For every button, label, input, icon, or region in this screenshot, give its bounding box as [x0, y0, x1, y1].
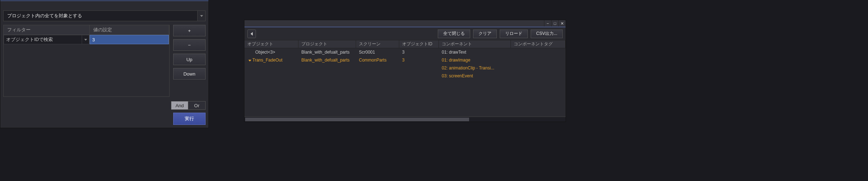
filter-value-input[interactable]: 3: [90, 35, 169, 44]
cell: 01: drawText: [439, 50, 511, 55]
scope-select[interactable]: プロジェクト内の全てを対象とする: [3, 10, 198, 21]
toolbar: 全て閉じる クリア リロード CSV出力...: [244, 27, 566, 40]
value-header: 値の設定: [90, 25, 169, 35]
cell: Scr0001: [356, 50, 399, 55]
back-button[interactable]: [247, 30, 256, 38]
filter-type-cell: オブジェクトIDで検索: [4, 35, 90, 44]
reload-button[interactable]: リロード: [500, 30, 528, 38]
remove-filter-button[interactable]: −: [173, 39, 206, 51]
csv-export-button[interactable]: CSV出力...: [531, 30, 563, 38]
table-row[interactable]: 02: animationClip - Transi...: [244, 64, 566, 72]
col-project[interactable]: プロジェクト: [298, 40, 356, 48]
object-cell: Trans_FadeOut: [244, 58, 298, 63]
col-component-tag[interactable]: コンポーネントタグ: [511, 40, 566, 48]
filter-panel: プロジェクト内の全てを対象とする フィルター 値の設定 オブジェクトIDで検索: [0, 0, 209, 128]
results-header: オブジェクト プロジェクト スクリーン オブジェクトID コンポーネント コンポ…: [244, 40, 566, 48]
cell: Blank_with_defualt_parts: [298, 58, 356, 63]
move-down-button[interactable]: Down: [173, 68, 206, 80]
object-cell: Object<3>: [244, 50, 298, 55]
collapse-all-button[interactable]: 全て閉じる: [438, 30, 470, 38]
panel-accent: [0, 0, 208, 1]
filter-type-select[interactable]: オブジェクトIDで検索: [4, 35, 89, 44]
filter-type-label: オブジェクトIDで検索: [4, 36, 82, 43]
add-filter-button[interactable]: +: [173, 25, 206, 36]
filter-table: フィルター 値の設定 オブジェクトIDで検索 3: [3, 25, 170, 97]
maximize-icon[interactable]: □: [551, 20, 558, 27]
cell: 01: drawImage: [439, 58, 511, 63]
close-icon[interactable]: ✕: [558, 20, 566, 27]
table-row[interactable]: 03: screenEvent: [244, 72, 566, 80]
execute-button[interactable]: 実行: [173, 113, 206, 125]
cell: 02: animationClip - Transi...: [439, 65, 511, 71]
scope-dropdown-button[interactable]: [198, 10, 206, 21]
cell: 3: [399, 58, 439, 63]
cell: 03: screenEvent: [439, 73, 511, 78]
col-component[interactable]: コンポーネント: [439, 40, 511, 48]
clear-button[interactable]: クリア: [473, 30, 497, 38]
expander-icon[interactable]: [247, 59, 252, 62]
andor-toggle: And Or: [3, 101, 206, 110]
table-row[interactable]: Trans_FadeOutBlank_with_defualt_partsCom…: [244, 56, 566, 64]
titlebar: − □ ✕: [244, 20, 566, 27]
results-body: Object<3>Blank_with_defualt_partsScr0001…: [244, 48, 566, 117]
execute-row: 実行: [3, 113, 206, 125]
chevron-left-icon: [251, 32, 253, 36]
horizontal-scrollbar[interactable]: [244, 117, 566, 122]
filter-row: オブジェクトIDで検索 3: [4, 35, 169, 44]
filter-value-cell: 3: [90, 35, 169, 44]
filter-buttons: + − Up Down: [173, 25, 206, 97]
col-object[interactable]: オブジェクト: [244, 40, 298, 48]
cell: Blank_with_defualt_parts: [298, 50, 356, 55]
cell: 3: [399, 50, 439, 55]
table-row[interactable]: Object<3>Blank_with_defualt_partsScr0001…: [244, 48, 566, 56]
filter-header-row: フィルター 値の設定: [4, 25, 169, 35]
chevron-down-icon: [84, 39, 87, 41]
minimize-icon[interactable]: −: [544, 20, 551, 27]
move-up-button[interactable]: Up: [173, 54, 206, 65]
filter-value-text: 3: [92, 37, 95, 42]
filter-area: フィルター 値の設定 オブジェクトIDで検索 3: [3, 25, 206, 97]
filter-type-dropdown-button[interactable]: [82, 35, 89, 44]
col-object-id[interactable]: オブジェクトID: [399, 40, 439, 48]
filter-header: フィルター: [4, 25, 90, 35]
results-panel: − □ ✕ 全て閉じる クリア リロード CSV出力... オブジェクト プロジ…: [244, 20, 566, 122]
scope-label: プロジェクト内の全てを対象とする: [7, 13, 82, 19]
cell: CommonParts: [356, 58, 399, 63]
col-screen[interactable]: スクリーン: [356, 40, 399, 48]
scrollbar-thumb[interactable]: [245, 118, 469, 121]
or-toggle[interactable]: Or: [188, 101, 206, 110]
scope-row: プロジェクト内の全てを対象とする: [3, 10, 206, 21]
and-toggle[interactable]: And: [171, 101, 188, 110]
chevron-down-icon: [200, 15, 203, 17]
